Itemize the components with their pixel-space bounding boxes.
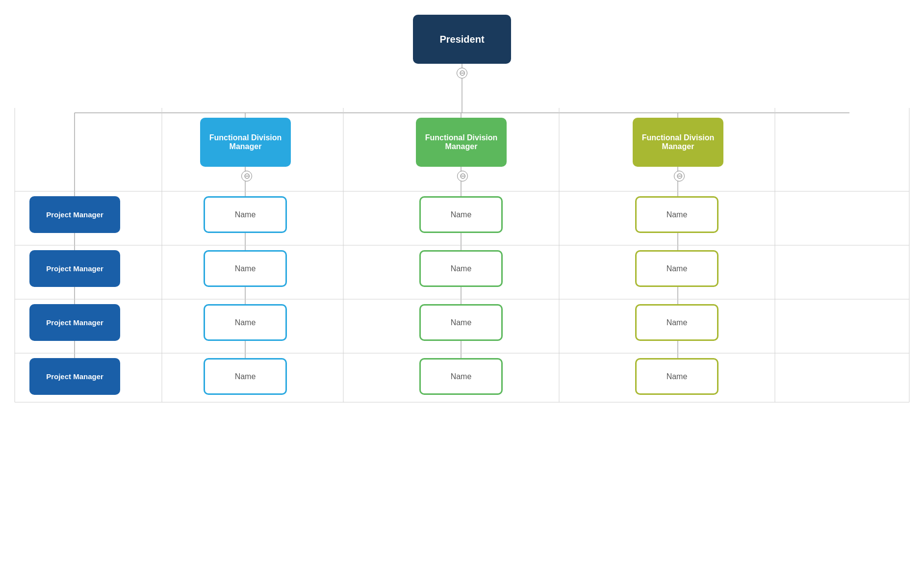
fdm-lime-label: Functional Division Manager — [633, 133, 723, 151]
fdm-green-label: Functional Division Manager — [416, 133, 507, 151]
collapse-president-button[interactable]: ⊖ — [457, 68, 467, 78]
fdm-lime-node[interactable]: Functional Division Manager — [633, 118, 723, 167]
name-blue-1-label: Name — [235, 210, 256, 219]
name-green-2-label: Name — [451, 264, 472, 273]
pm-2-label: Project Manager — [46, 264, 103, 273]
name-blue-4[interactable]: Name — [204, 358, 287, 395]
fdm-blue-label: Functional Division Manager — [200, 133, 291, 151]
name-lime-2-label: Name — [667, 264, 688, 273]
name-blue-2-label: Name — [235, 264, 256, 273]
name-lime-1-label: Name — [667, 210, 688, 219]
pm-3-label: Project Manager — [46, 318, 103, 327]
collapse-president-icon: ⊖ — [459, 69, 465, 77]
collapse-fdm-green-button[interactable]: ⊖ — [457, 171, 468, 181]
collapse-fdm-green-icon: ⊖ — [460, 172, 466, 180]
pm-1-label: Project Manager — [46, 210, 103, 219]
fdm-blue-node[interactable]: Functional Division Manager — [200, 118, 291, 167]
president-label: President — [439, 34, 484, 45]
name-lime-4[interactable]: Name — [635, 358, 719, 395]
pm-node-2[interactable]: Project Manager — [29, 250, 120, 287]
name-green-1[interactable]: Name — [419, 196, 503, 233]
name-lime-4-label: Name — [667, 372, 688, 381]
name-blue-4-label: Name — [235, 372, 256, 381]
name-green-2[interactable]: Name — [419, 250, 503, 287]
name-green-4-label: Name — [451, 372, 472, 381]
name-green-3-label: Name — [451, 318, 472, 327]
pm-node-3[interactable]: Project Manager — [29, 304, 120, 341]
name-lime-2[interactable]: Name — [635, 250, 719, 287]
name-lime-1[interactable]: Name — [635, 196, 719, 233]
pm-4-label: Project Manager — [46, 372, 103, 381]
name-blue-3-label: Name — [235, 318, 256, 327]
name-green-4[interactable]: Name — [419, 358, 503, 395]
name-lime-3-label: Name — [667, 318, 688, 327]
collapse-fdm-blue-button[interactable]: ⊖ — [241, 171, 252, 181]
fdm-green-node[interactable]: Functional Division Manager — [416, 118, 507, 167]
president-node[interactable]: President — [413, 15, 511, 64]
name-green-3[interactable]: Name — [419, 304, 503, 341]
collapse-fdm-blue-icon: ⊖ — [244, 172, 250, 180]
name-green-1-label: Name — [451, 210, 472, 219]
pm-node-1[interactable]: Project Manager — [29, 196, 120, 233]
collapse-fdm-lime-button[interactable]: ⊖ — [674, 171, 685, 181]
name-blue-2[interactable]: Name — [204, 250, 287, 287]
org-chart: President ⊖ Functional Division Manager … — [0, 0, 924, 568]
pm-node-4[interactable]: Project Manager — [29, 358, 120, 395]
name-blue-1[interactable]: Name — [204, 196, 287, 233]
name-lime-3[interactable]: Name — [635, 304, 719, 341]
name-blue-3[interactable]: Name — [204, 304, 287, 341]
collapse-fdm-lime-icon: ⊖ — [676, 172, 683, 180]
